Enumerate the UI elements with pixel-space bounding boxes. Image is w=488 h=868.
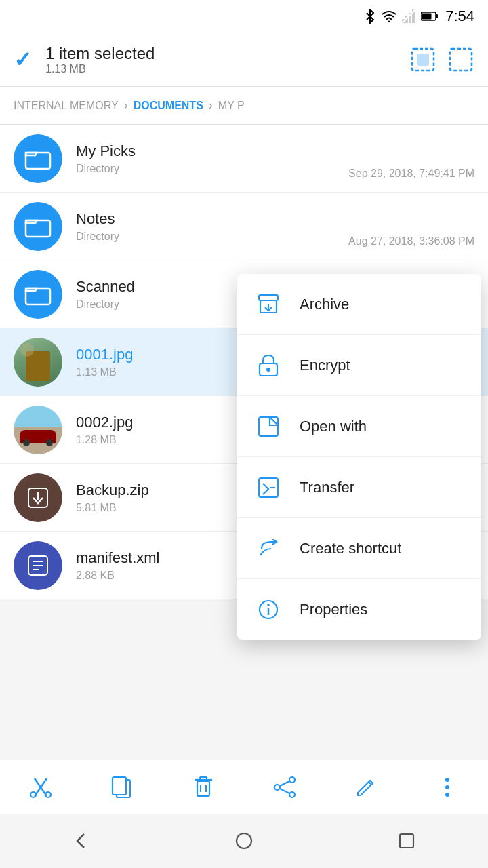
menu-item-transfer[interactable]: Transfer	[237, 457, 481, 518]
svg-rect-8	[422, 14, 432, 20]
xml-avatar	[14, 541, 62, 590]
recents-icon	[397, 831, 416, 850]
open-with-label: Open with	[300, 418, 367, 435]
svg-line-46	[280, 781, 289, 786]
svg-rect-15	[259, 295, 278, 300]
file-thumbnail-0002	[14, 406, 62, 454]
header-actions	[409, 46, 474, 73]
shortcut-icon	[256, 536, 281, 561]
home-icon	[235, 831, 253, 850]
file-thumbnail-0001	[14, 338, 62, 387]
rename-button[interactable]	[346, 767, 386, 808]
svg-line-21	[270, 417, 278, 425]
status-bar: 7:54	[0, 0, 488, 33]
context-menu: Archive Encrypt Open with	[237, 274, 481, 640]
selection-header: ✓ 1 item selected 1.13 MB	[0, 33, 488, 87]
svg-point-49	[445, 778, 449, 782]
svg-point-19	[266, 368, 270, 372]
select-mode-icon	[449, 47, 473, 72]
delete-icon	[193, 776, 214, 799]
breadcrumb: INTERNAL MEMORY › DOCUMENTS › MY P	[0, 87, 488, 125]
list-item[interactable]: My Picks Directory Sep 29, 2018, 7:49:41…	[0, 125, 488, 193]
svg-rect-53	[400, 834, 413, 848]
zip-avatar	[14, 473, 62, 522]
svg-point-26	[267, 604, 270, 606]
bluetooth-icon	[364, 9, 376, 24]
encrypt-label: Encrypt	[300, 357, 350, 374]
transfer-icon	[256, 475, 281, 500]
recents-button[interactable]	[380, 821, 434, 861]
list-item[interactable]: Notes Directory Aug 27, 2018, 3:36:08 PM	[0, 193, 488, 260]
select-all-icon	[411, 47, 435, 72]
svg-rect-20	[259, 417, 278, 436]
open-with-icon	[256, 414, 281, 439]
file-date: Aug 27, 2018, 3:36:08 PM	[348, 235, 474, 248]
zip-icon	[26, 486, 50, 510]
xml-icon	[26, 553, 50, 578]
signal-icon	[402, 9, 415, 23]
menu-item-archive[interactable]: Archive	[237, 274, 481, 335]
select-all-button[interactable]	[409, 46, 436, 73]
svg-line-47	[280, 789, 289, 793]
more-icon	[445, 777, 450, 797]
check-icon: ✓	[14, 47, 32, 73]
svg-point-51	[445, 793, 449, 797]
folder-icon	[24, 147, 52, 170]
status-icons	[364, 9, 439, 24]
svg-point-43	[289, 777, 295, 783]
share-icon	[273, 776, 296, 799]
back-button[interactable]	[54, 821, 108, 861]
svg-point-52	[237, 833, 251, 848]
menu-item-properties[interactable]: Properties	[237, 579, 481, 640]
info-icon	[256, 597, 281, 622]
svg-rect-38	[113, 777, 126, 795]
archive-icon	[256, 292, 281, 317]
edit-icon	[355, 776, 377, 798]
more-button[interactable]	[427, 767, 468, 808]
svg-rect-40	[197, 781, 209, 796]
breadcrumb-internal[interactable]: INTERNAL MEMORY	[14, 100, 119, 112]
cut-button[interactable]	[20, 767, 61, 808]
breadcrumb-documents[interactable]: DOCUMENTS	[134, 100, 203, 112]
svg-point-45	[289, 792, 295, 797]
properties-label: Properties	[300, 601, 367, 618]
breadcrumb-sep-2: ›	[209, 98, 213, 113]
menu-item-encrypt[interactable]: Encrypt	[237, 335, 481, 396]
copy-button[interactable]	[102, 767, 142, 808]
bottom-toolbar	[0, 760, 488, 814]
wifi-icon	[382, 10, 396, 22]
back-icon	[72, 831, 91, 850]
selection-size: 1.13 MB	[45, 63, 396, 75]
file-list: My Picks Directory Sep 29, 2018, 7:49:41…	[0, 125, 488, 599]
svg-point-50	[445, 785, 449, 789]
svg-rect-11	[450, 49, 472, 71]
folder-icon	[24, 283, 52, 306]
folder-avatar	[14, 134, 62, 183]
share-button[interactable]	[264, 767, 305, 808]
svg-rect-7	[436, 14, 438, 18]
svg-point-44	[274, 785, 280, 790]
file-name: Notes	[76, 210, 474, 228]
home-button[interactable]	[217, 821, 271, 861]
menu-item-create-shortcut[interactable]: Create shortcut	[237, 518, 481, 579]
folder-avatar	[14, 202, 62, 251]
file-date: Sep 29, 2018, 7:49:41 PM	[348, 167, 474, 180]
battery-icon	[421, 11, 439, 22]
time-display: 7:54	[445, 7, 474, 25]
nav-bar	[0, 814, 488, 868]
copy-icon	[111, 776, 133, 799]
breadcrumb-sep-1: ›	[124, 98, 128, 113]
selection-title: 1 item selected	[45, 44, 396, 63]
select-mode-button[interactable]	[447, 46, 474, 73]
folder-avatar	[14, 270, 62, 319]
folder-icon	[24, 215, 52, 238]
menu-item-open-with[interactable]: Open with	[237, 396, 481, 457]
cut-icon	[29, 776, 52, 799]
selection-info: 1 item selected 1.13 MB	[45, 44, 396, 75]
file-name: My Picks	[76, 142, 474, 160]
breadcrumb-myp[interactable]: MY P	[218, 100, 245, 112]
delete-button[interactable]	[183, 767, 224, 808]
archive-label: Archive	[300, 296, 349, 313]
create-shortcut-label: Create shortcut	[300, 540, 401, 557]
svg-rect-10	[417, 54, 429, 66]
